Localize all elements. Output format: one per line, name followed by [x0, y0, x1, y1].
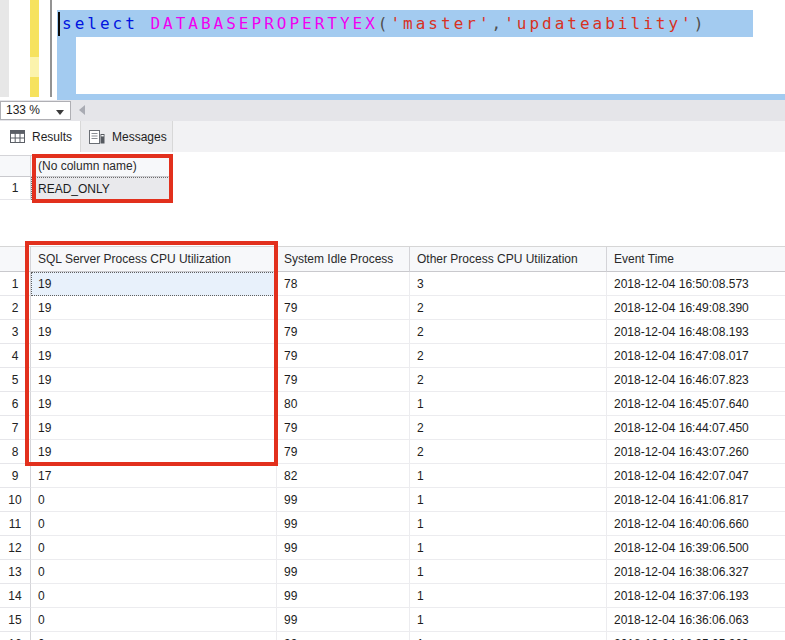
scroll-left-arrow-icon[interactable]	[79, 105, 85, 115]
grid2-cell[interactable]: 2	[410, 296, 607, 320]
grid2-row-number[interactable]: 2	[0, 296, 31, 320]
grid2-cell[interactable]: 17	[31, 464, 277, 488]
grid2-cell[interactable]: 2	[410, 416, 607, 440]
grid2-row-number[interactable]: 8	[0, 440, 31, 464]
grid2-cell[interactable]: 2	[410, 320, 607, 344]
grid2-cell[interactable]: 2018-12-04 16:49:08.390	[607, 296, 785, 320]
grid2-cell[interactable]: 19	[31, 392, 277, 416]
grid1-corner-cell[interactable]	[0, 156, 31, 177]
grid2-cell[interactable]: 2018-12-04 16:47:08.017	[607, 344, 785, 368]
code-token-punct: ,	[492, 14, 505, 33]
grid2-cell[interactable]: 1	[410, 488, 607, 512]
grid2-cell[interactable]: 2018-12-04 16:35:05.903	[607, 632, 785, 640]
grid2-corner-cell[interactable]	[0, 247, 31, 272]
grid2-row-number[interactable]: 10	[0, 488, 31, 512]
grid2-row-number[interactable]: 9	[0, 464, 31, 488]
grid2-row-number[interactable]: 3	[0, 320, 31, 344]
grid2-cell[interactable]: 19	[31, 368, 277, 392]
grid2-row: 7197922018-12-04 16:44:07.450	[0, 416, 785, 440]
grid2-cell[interactable]: 0	[31, 488, 277, 512]
grid2-cell[interactable]: 99	[277, 560, 410, 584]
grid2-row-number[interactable]: 15	[0, 608, 31, 632]
grid2-cell[interactable]: 79	[277, 320, 410, 344]
grid2-cell[interactable]: 2018-12-04 16:42:07.047	[607, 464, 785, 488]
grid2-cell[interactable]: 2	[410, 368, 607, 392]
grid2-cell[interactable]: 0	[31, 632, 277, 640]
grid2-row-number[interactable]: 5	[0, 368, 31, 392]
grid2-row-number[interactable]: 12	[0, 536, 31, 560]
grid2-cell[interactable]: 2018-12-04 16:40:06.660	[607, 512, 785, 536]
sql-editor-pane[interactable]: select DATABASEPROPERTYEX('master','upda…	[0, 0, 785, 100]
grid2-cell[interactable]: 2018-12-04 16:46:07.823	[607, 368, 785, 392]
grid2-column-header[interactable]: Other Process CPU Utilization	[410, 247, 607, 272]
grid2-cell[interactable]: 99	[277, 512, 410, 536]
grid2-cell[interactable]: 2018-12-04 16:41:06.817	[607, 488, 785, 512]
grid2-cell[interactable]: 2018-12-04 16:44:07.450	[607, 416, 785, 440]
grid2-row-number[interactable]: 16	[0, 632, 31, 640]
grid2-row-number[interactable]: 14	[0, 584, 31, 608]
grid2-cell[interactable]: 99	[277, 608, 410, 632]
grid2-cell[interactable]: 99	[277, 632, 410, 640]
grid2-cell[interactable]: 1	[410, 632, 607, 640]
grid2-cell[interactable]: 19	[31, 272, 277, 296]
grid2-cell[interactable]: 2018-12-04 16:37:06.193	[607, 584, 785, 608]
grid2-cell[interactable]: 19	[31, 320, 277, 344]
chevron-down-icon[interactable]	[56, 110, 64, 115]
zoom-level-dropdown[interactable]: 133 %	[0, 101, 71, 120]
grid2-cell[interactable]: 0	[31, 560, 277, 584]
grid2-column-header[interactable]: Event Time	[607, 247, 785, 272]
grid2-cell[interactable]: 0	[31, 608, 277, 632]
grid1-row-number[interactable]: 1	[0, 177, 31, 200]
grid2-row: 6198012018-12-04 16:45:07.640	[0, 392, 785, 416]
grid2-cell[interactable]: 0	[31, 536, 277, 560]
grid2-cell[interactable]: 99	[277, 488, 410, 512]
grid2-cell[interactable]: 1	[410, 512, 607, 536]
grid2-cell[interactable]: 79	[277, 296, 410, 320]
grid1-column-header[interactable]: (No column name)	[31, 156, 170, 177]
grid2-cell[interactable]: 1	[410, 584, 607, 608]
grid2-cell[interactable]: 2018-12-04 16:45:07.640	[607, 392, 785, 416]
grid2-cell[interactable]: 79	[277, 344, 410, 368]
grid2-cell[interactable]: 2018-12-04 16:39:06.500	[607, 536, 785, 560]
tab-results-label: Results	[32, 130, 72, 144]
grid2-cell[interactable]: 1	[410, 560, 607, 584]
grid2-cell[interactable]: 1	[410, 392, 607, 416]
grid2-cell[interactable]: 1	[410, 608, 607, 632]
grid2-cell[interactable]: 79	[277, 416, 410, 440]
grid2-cell[interactable]: 19	[31, 344, 277, 368]
grid2-cell[interactable]: 99	[277, 584, 410, 608]
grid2-cell[interactable]: 19	[31, 416, 277, 440]
grid2-cell[interactable]: 79	[277, 368, 410, 392]
grid2-cell[interactable]: 1	[410, 464, 607, 488]
sql-code-line[interactable]: select DATABASEPROPERTYEX('master','upda…	[62, 10, 706, 37]
grid2-cell[interactable]: 0	[31, 584, 277, 608]
grid2-cell[interactable]: 2018-12-04 16:48:08.193	[607, 320, 785, 344]
grid2-cell[interactable]: 99	[277, 536, 410, 560]
grid2-cell[interactable]: 79	[277, 440, 410, 464]
grid1-cell-read-only[interactable]: READ_ONLY	[31, 177, 170, 200]
grid2-row-number[interactable]: 6	[0, 392, 31, 416]
grid2-cell[interactable]: 82	[277, 464, 410, 488]
grid2-cell[interactable]: 78	[277, 272, 410, 296]
grid2-column-header[interactable]: SQL Server Process CPU Utilization	[31, 247, 277, 272]
grid2-row-number[interactable]: 11	[0, 512, 31, 536]
grid2-cell[interactable]: 2018-12-04 16:50:08.573	[607, 272, 785, 296]
grid2-column-header[interactable]: System Idle Process	[277, 247, 410, 272]
grid2-cell[interactable]: 19	[31, 440, 277, 464]
grid2-cell[interactable]: 2018-12-04 16:36:06.063	[607, 608, 785, 632]
tab-results[interactable]: Results	[0, 121, 81, 152]
grid2-cell[interactable]: 2	[410, 440, 607, 464]
grid2-row-number[interactable]: 4	[0, 344, 31, 368]
grid2-row-number[interactable]: 1	[0, 272, 31, 296]
grid2-cell[interactable]: 1	[410, 536, 607, 560]
grid2-cell[interactable]: 2018-12-04 16:43:07.260	[607, 440, 785, 464]
grid2-cell[interactable]: 0	[31, 512, 277, 536]
tab-messages[interactable]: Messages	[81, 121, 173, 152]
grid2-cell[interactable]: 19	[31, 296, 277, 320]
grid2-row-number[interactable]: 13	[0, 560, 31, 584]
grid2-cell[interactable]: 3	[410, 272, 607, 296]
grid2-cell[interactable]: 2	[410, 344, 607, 368]
grid2-cell[interactable]: 80	[277, 392, 410, 416]
grid2-row-number[interactable]: 7	[0, 416, 31, 440]
grid2-cell[interactable]: 2018-12-04 16:38:06.327	[607, 560, 785, 584]
